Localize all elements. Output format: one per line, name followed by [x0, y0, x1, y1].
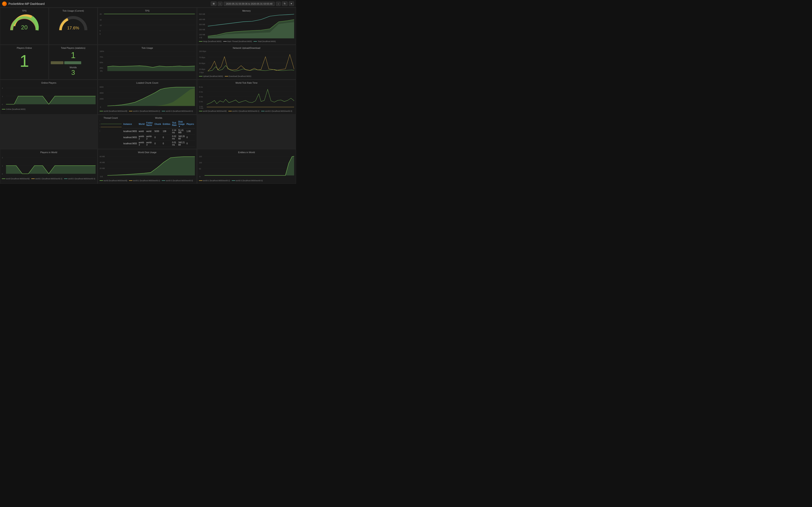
- svg-text:0: 0: [100, 131, 100, 132]
- svg-text:2: 2: [2, 87, 3, 89]
- svg-text:15: 15: [100, 19, 102, 21]
- time-range[interactable]: 2020-05-31 03:39:36 to 2020-05-31 03:55:…: [224, 2, 275, 6]
- topbar: PocketMine-MP Dashboard ⊞ ‹ 2020-05-31 0…: [0, 0, 296, 8]
- world-tick-legend-world3: world-3 (localhost:9655/world-3): [261, 110, 292, 112]
- svg-text:500 MB: 500 MB: [199, 13, 205, 15]
- app-title: PocketMine-MP Dashboard: [8, 2, 45, 5]
- svg-text:17.6%: 17.6%: [67, 25, 79, 30]
- svg-text:4000: 4000: [100, 92, 104, 94]
- memory-chart-panel: Memory 500 MB 400 MB 300 MB 200 MB 100 M…: [197, 8, 296, 45]
- memory-legend-main: Main Thread (localhost:9655): [223, 40, 252, 43]
- svg-text:4 ms: 4 ms: [199, 91, 203, 93]
- memory-legend-heap: Heap (localhost:9655): [199, 40, 221, 43]
- tps-chart-title: TPS: [100, 9, 195, 12]
- svg-text:100 MB: 100 MB: [199, 34, 205, 36]
- refresh-button[interactable]: ↻: [282, 1, 288, 6]
- chunk-chart-title: Loaded Chunk Count: [100, 81, 195, 84]
- svg-text:8: 8: [100, 120, 100, 121]
- col-chunk[interactable]: Chunk: [154, 120, 162, 128]
- network-chart-title: Network Upload/Download: [199, 47, 294, 49]
- worlds-table-title: Worlds: [122, 117, 195, 119]
- svg-text:25 kbps: 25 kbps: [199, 68, 205, 70]
- memory-chart-svg: 500 MB 400 MB 300 MB 200 MB 100 MB 0 B: [199, 13, 294, 40]
- svg-text:20: 20: [100, 13, 102, 15]
- tick-gauge: 17.6%: [57, 13, 89, 32]
- more-button[interactable]: ▾: [289, 1, 294, 6]
- svg-marker-97: [107, 157, 195, 175]
- svg-text:0 B: 0 B: [199, 37, 202, 39]
- players-world-legend: world (localhost:9655/world) world-2 (lo…: [2, 178, 96, 180]
- table-row: localhost:9655world-2world-2000.02 ms340…: [122, 134, 195, 140]
- next-button[interactable]: ›: [276, 2, 281, 6]
- entities-svg: 150 100 50 0: [199, 155, 294, 179]
- col-folder[interactable]: Folder Name: [146, 120, 154, 128]
- tick-panel: Tick Usage (Current) 17.6%: [49, 8, 98, 45]
- svg-text:6000: 6000: [100, 86, 104, 88]
- prev-button[interactable]: ‹: [218, 2, 222, 6]
- tps-title: TPS: [22, 9, 27, 12]
- svg-text:0%: 0%: [100, 70, 103, 72]
- svg-text:1: 1: [2, 96, 3, 97]
- total-players-title: Total Players (statistics): [61, 47, 86, 49]
- svg-text:0: 0: [100, 106, 101, 108]
- col-players[interactable]: Players: [186, 120, 195, 128]
- svg-text:0 bps: 0 bps: [199, 71, 204, 73]
- chunk-chart-panel: Loaded Chunk Count 6000 4000 2000 0 worl…: [98, 80, 197, 114]
- svg-text:0: 0: [100, 33, 101, 35]
- svg-text:50%: 50%: [100, 61, 103, 64]
- online-players-chart-svg: 2 1 0: [2, 85, 96, 107]
- svg-text:5: 5: [100, 30, 101, 32]
- svg-text:25%: 25%: [100, 67, 103, 69]
- players-bar: [51, 61, 96, 65]
- online-players-chart-panel: Online Players 2 1 0 Online (localhost:9…: [0, 80, 98, 114]
- worlds-label: Worlds: [69, 66, 77, 69]
- svg-text:0: 0: [2, 104, 3, 106]
- tps-panel: TPS 20: [0, 8, 49, 45]
- svg-text:400 MB: 400 MB: [199, 18, 205, 20]
- svg-text:0: 0: [2, 173, 3, 175]
- col-entities[interactable]: Entities: [162, 120, 171, 128]
- chunk-chart-svg: 6000 4000 2000 0: [100, 85, 195, 109]
- col-tickrate[interactable]: Tick Rate: [171, 120, 177, 128]
- svg-text:60 MB: 60 MB: [100, 155, 105, 157]
- tps-chart-panel: TPS 20 15 10 5 0: [98, 8, 197, 45]
- col-instance[interactable]: Instance: [122, 120, 138, 128]
- topbar-right: ⊞ ‹ 2020-05-31 03:39:36 to 2020-05-31 03…: [211, 1, 294, 6]
- svg-text:200 MB: 200 MB: [199, 29, 205, 31]
- worlds-value: 3: [71, 69, 75, 76]
- online-players-chart-title: Online Players: [2, 81, 96, 84]
- svg-marker-106: [204, 156, 294, 175]
- worlds-table-area: Worlds Instance World Folder Name Chunk …: [122, 117, 195, 147]
- svg-text:20: 20: [21, 24, 28, 31]
- svg-text:100 kbps: 100 kbps: [199, 50, 206, 52]
- thread-count-panel: Thread Count 8 6 4 2 0 Wo: [98, 115, 197, 149]
- worlds-table: Instance World Folder Name Chunk Entitie…: [122, 120, 195, 147]
- tick-chart-svg: 100% 75% 50% 25% 0%: [100, 50, 195, 72]
- svg-text:6: 6: [100, 123, 100, 124]
- svg-text:40 MB: 40 MB: [100, 161, 105, 163]
- players-online-title: Players Online: [17, 47, 32, 49]
- svg-marker-51: [6, 96, 96, 104]
- chunk-legend-world: world (localhost:9655/world): [100, 110, 127, 112]
- network-download-legend: Download (localhost:9655): [225, 75, 251, 77]
- svg-text:50: 50: [199, 168, 201, 170]
- table-row: localhost:9655worldworld50301382.14 ms51…: [122, 128, 195, 134]
- world-tick-legend-world: world (localhost:9655/world): [199, 110, 227, 112]
- players-world-svg: 2 1 0: [2, 155, 96, 177]
- entities-legend: world-2 (localhost:9655/world-2) world-3…: [199, 180, 294, 182]
- svg-text:2000: 2000: [100, 98, 104, 100]
- disk-usage-title: World Disk Usage: [100, 151, 195, 154]
- memory-legend: Heap (localhost:9655) Main Thread (local…: [199, 40, 294, 43]
- tick-chart-panel: Tick Usage 100% 75% 50% 25% 0%: [98, 45, 197, 79]
- table-row: localhost:9655world-3world-3000.01 ms340…: [122, 140, 195, 147]
- col-disk[interactable]: Disk Usage ▼: [177, 120, 186, 128]
- svg-text:75%: 75%: [100, 56, 103, 58]
- svg-text:0 ms: 0 ms: [199, 107, 203, 109]
- tps-chart-svg: 20 15 10 5 0: [100, 13, 195, 35]
- svg-text:1: 1: [2, 165, 3, 167]
- memory-legend-total: Total (localhost:9655): [254, 40, 276, 43]
- monitor-button[interactable]: ⊞: [211, 1, 216, 6]
- main-content: TPS 20 Tick Usage (Current) 17.6% TPS: [0, 8, 296, 184]
- col-world[interactable]: World: [138, 120, 146, 128]
- svg-text:2: 2: [2, 157, 3, 159]
